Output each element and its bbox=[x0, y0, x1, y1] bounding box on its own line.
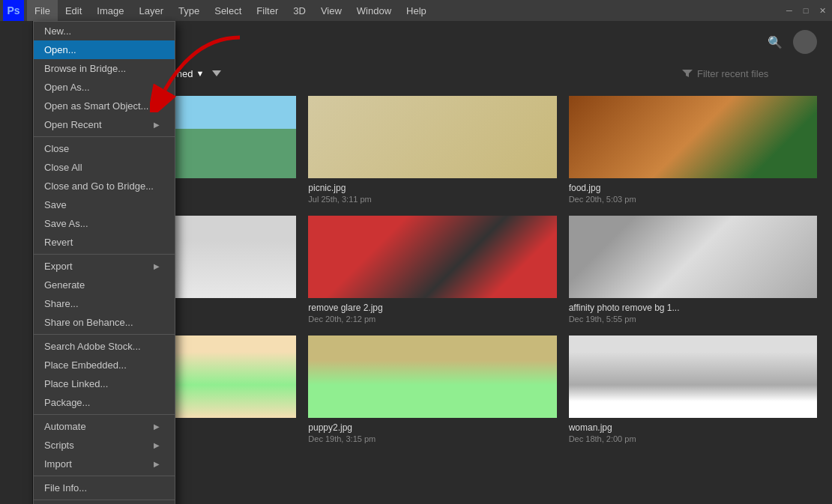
submenu-arrow-import: ▶ bbox=[154, 460, 160, 468]
image-card-9[interactable]: woman.jpgDec 18th, 2:00 pm bbox=[569, 336, 817, 443]
menu-item-scripts[interactable]: Scripts▶ bbox=[34, 436, 175, 455]
menu-separator bbox=[34, 136, 175, 137]
menu-item-package[interactable]: Package... bbox=[34, 393, 175, 412]
menu-item-label-import: Import bbox=[44, 458, 72, 470]
menu-separator bbox=[34, 254, 175, 255]
menu-item-label-scripts: Scripts bbox=[44, 440, 74, 451]
image-name-8: puppy2.jpg bbox=[308, 422, 556, 433]
image-date-5: Dec 20th, 2:12 pm bbox=[308, 315, 556, 324]
image-thumbnail-6 bbox=[569, 216, 817, 298]
image-thumbnail-2 bbox=[308, 96, 556, 178]
menu-item-close-all[interactable]: Close All bbox=[34, 158, 175, 177]
menu-item-label-share-behance: Share on Behance... bbox=[44, 317, 133, 328]
menu-item-label-new: New... bbox=[44, 25, 71, 37]
menu-3d[interactable]: 3D bbox=[286, 0, 313, 21]
menu-item-open-as[interactable]: Open As... bbox=[34, 78, 175, 97]
thumbnail-image-2 bbox=[308, 96, 556, 178]
menu-item-label-generate: Generate bbox=[44, 279, 85, 291]
menu-item-file-info[interactable]: File Info... bbox=[34, 479, 175, 497]
menu-item-open[interactable]: Open... bbox=[34, 40, 175, 59]
menu-bar: Ps File Edit Image Layer Type Select Fil… bbox=[0, 0, 832, 21]
menu-window[interactable]: Window bbox=[349, 0, 399, 21]
menu-item-automate[interactable]: Automate▶ bbox=[34, 417, 175, 436]
image-thumbnail-8 bbox=[308, 336, 556, 418]
menu-type[interactable]: Type bbox=[171, 0, 207, 21]
menu-item-label-open-recent: Open Recent bbox=[44, 119, 102, 130]
submenu-arrow-scripts: ▶ bbox=[154, 441, 160, 449]
menu-item-save-as[interactable]: Save As... bbox=[34, 214, 175, 233]
menu-item-label-save-as: Save As... bbox=[44, 218, 88, 229]
menu-select[interactable]: Select bbox=[207, 0, 249, 21]
image-card-6[interactable]: affinity photo remove bg 1...Dec 19th, 5… bbox=[569, 216, 817, 324]
menu-item-label-file-info: File Info... bbox=[44, 482, 87, 494]
menu-image[interactable]: Image bbox=[89, 0, 131, 21]
maximize-button[interactable]: □ bbox=[799, 4, 813, 17]
image-date-2: Jul 25th, 3:11 pm bbox=[308, 195, 556, 204]
image-card-8[interactable]: puppy2.jpgDec 19th, 3:15 pm bbox=[308, 336, 556, 443]
sort-direction-button[interactable] bbox=[208, 65, 225, 82]
menu-file[interactable]: File bbox=[27, 0, 58, 21]
image-date-3: Dec 20th, 5:03 pm bbox=[569, 195, 817, 204]
menu-item-share-behance[interactable]: Share on Behance... bbox=[34, 313, 175, 332]
menu-item-label-save: Save bbox=[44, 199, 67, 210]
image-date-6: Dec 19th, 5:55 pm bbox=[569, 315, 817, 324]
image-date-9: Dec 18th, 2:00 pm bbox=[569, 434, 817, 443]
menu-item-open-recent[interactable]: Open Recent▶ bbox=[34, 115, 175, 134]
menu-item-place-linked[interactable]: Place Linked... bbox=[34, 374, 175, 393]
menu-layer[interactable]: Layer bbox=[132, 0, 172, 21]
submenu-arrow-open-recent: ▶ bbox=[154, 121, 160, 129]
menu-item-label-place-linked: Place Linked... bbox=[44, 378, 108, 389]
filter-input[interactable] bbox=[697, 68, 817, 79]
menu-item-close-bridge[interactable]: Close and Go to Bridge... bbox=[34, 177, 175, 195]
menu-item-label-place-embedded: Place Embedded... bbox=[44, 359, 127, 371]
image-thumbnail-9 bbox=[569, 336, 817, 418]
minimize-button[interactable]: ─ bbox=[783, 4, 796, 17]
menu-item-new[interactable]: New... bbox=[34, 22, 175, 40]
menu-item-close[interactable]: Close bbox=[34, 139, 175, 158]
filter-icon bbox=[682, 68, 693, 79]
menu-item-generate[interactable]: Generate bbox=[34, 276, 175, 294]
menu-item-label-export: Export bbox=[44, 261, 73, 272]
menu-filter[interactable]: Filter bbox=[249, 0, 286, 21]
menu-item-place-embedded[interactable]: Place Embedded... bbox=[34, 356, 175, 374]
menu-item-save[interactable]: Save bbox=[34, 195, 175, 214]
menu-item-label-open: Open... bbox=[44, 44, 76, 55]
menu-item-revert[interactable]: Revert bbox=[34, 233, 175, 252]
menu-view[interactable]: View bbox=[313, 0, 349, 21]
left-sidebar bbox=[0, 21, 33, 504]
menu-item-share[interactable]: Share... bbox=[34, 294, 175, 313]
image-thumbnail-5 bbox=[308, 216, 556, 298]
search-icon[interactable]: 🔍 bbox=[763, 30, 787, 54]
filter-control bbox=[682, 68, 817, 79]
menu-item-label-search-stock: Search Adobe Stock... bbox=[44, 341, 141, 352]
image-name-9: woman.jpg bbox=[569, 422, 817, 433]
close-button[interactable]: ✕ bbox=[816, 4, 829, 17]
thumbnail-image-5 bbox=[308, 216, 556, 298]
menu-separator bbox=[34, 500, 175, 500]
image-thumbnail-3 bbox=[569, 96, 817, 178]
menu-item-label-close: Close bbox=[44, 143, 69, 154]
user-avatar bbox=[793, 30, 817, 54]
menu-item-label-revert: Revert bbox=[44, 237, 73, 248]
menu-item-label-open-smart: Open as Smart Object... bbox=[44, 100, 148, 112]
menu-separator bbox=[34, 414, 175, 415]
ps-logo: Ps bbox=[3, 0, 24, 21]
thumbnail-image-3 bbox=[569, 96, 817, 178]
image-date-8: Dec 19th, 3:15 pm bbox=[308, 434, 556, 443]
menu-edit[interactable]: Edit bbox=[58, 0, 89, 21]
file-dropdown-menu: New...Open...Browse in Bridge...Open As.… bbox=[33, 21, 175, 504]
image-card-2[interactable]: picnic.jpgJul 25th, 3:11 pm bbox=[308, 96, 556, 204]
menu-help[interactable]: Help bbox=[399, 0, 434, 21]
menu-item-export[interactable]: Export▶ bbox=[34, 257, 175, 276]
menu-item-open-smart[interactable]: Open as Smart Object... bbox=[34, 97, 175, 115]
menu-item-label-close-all: Close All bbox=[44, 162, 82, 173]
image-name-5: remove glare 2.jpg bbox=[308, 303, 556, 313]
image-card-5[interactable]: remove glare 2.jpgDec 20th, 2:12 pm bbox=[308, 216, 556, 324]
menu-item-search-stock[interactable]: Search Adobe Stock... bbox=[34, 337, 175, 356]
thumbnail-image-9 bbox=[569, 336, 817, 418]
sort-chevron-icon: ▼ bbox=[196, 69, 204, 78]
menu-item-import[interactable]: Import▶ bbox=[34, 455, 175, 473]
menu-item-browse[interactable]: Browse in Bridge... bbox=[34, 59, 175, 78]
image-card-3[interactable]: food.jpgDec 20th, 5:03 pm bbox=[569, 96, 817, 204]
menu-item-label-browse: Browse in Bridge... bbox=[44, 63, 126, 74]
